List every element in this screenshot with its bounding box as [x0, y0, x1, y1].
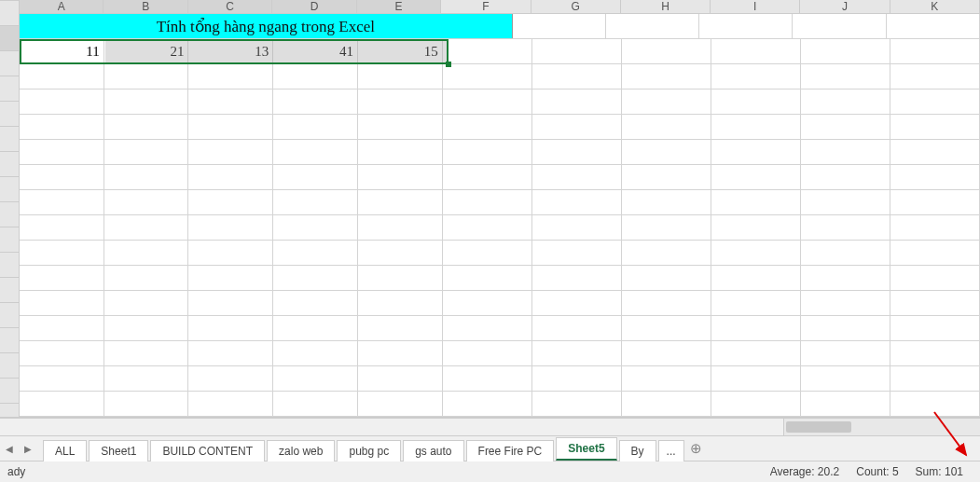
- row-header[interactable]: [0, 379, 19, 404]
- cell[interactable]: [801, 90, 890, 114]
- cell[interactable]: [443, 115, 532, 139]
- row-header[interactable]: [0, 51, 19, 76]
- sheet-tab[interactable]: Sheet1: [89, 440, 148, 461]
- cell[interactable]: [188, 165, 273, 189]
- column-header-A[interactable]: A: [20, 0, 104, 13]
- cell[interactable]: [188, 64, 273, 89]
- cell[interactable]: [801, 165, 890, 189]
- cell[interactable]: [890, 392, 980, 416]
- cell[interactable]: [890, 115, 980, 139]
- cell[interactable]: [273, 140, 358, 164]
- cell[interactable]: [20, 341, 104, 365]
- cell[interactable]: 13: [188, 39, 273, 63]
- cell[interactable]: [532, 316, 622, 340]
- row-header[interactable]: [0, 1, 19, 26]
- cell[interactable]: [711, 291, 801, 315]
- cell[interactable]: [532, 90, 622, 114]
- cell[interactable]: [711, 39, 801, 63]
- cell[interactable]: [358, 266, 443, 290]
- cell[interactable]: [104, 90, 189, 114]
- cell[interactable]: 41: [273, 39, 358, 63]
- cell[interactable]: [104, 241, 189, 265]
- spreadsheet-grid[interactable]: ABCDEFGHIJK Tính tổng hàng ngang trong E…: [0, 0, 980, 418]
- row-header[interactable]: [0, 278, 19, 303]
- cell[interactable]: [358, 366, 443, 391]
- cell[interactable]: [711, 64, 801, 89]
- column-header-F[interactable]: F: [441, 0, 531, 13]
- cell[interactable]: [443, 366, 532, 391]
- cell[interactable]: [358, 291, 443, 315]
- cell[interactable]: [358, 115, 443, 139]
- cell[interactable]: [622, 190, 711, 214]
- cell[interactable]: [890, 39, 980, 63]
- cell[interactable]: [273, 366, 358, 391]
- cell[interactable]: [188, 241, 273, 265]
- cell[interactable]: [801, 266, 890, 290]
- cell[interactable]: [606, 14, 699, 38]
- cell[interactable]: [711, 190, 801, 214]
- cell[interactable]: [273, 215, 358, 240]
- cell[interactable]: [20, 392, 104, 416]
- cell[interactable]: [273, 341, 358, 365]
- sheet-tab[interactable]: Free Fire PC: [466, 440, 555, 461]
- cell[interactable]: [188, 266, 273, 290]
- cell[interactable]: [273, 190, 358, 214]
- cell[interactable]: [443, 64, 532, 89]
- sheet-tab-overflow[interactable]: ...: [658, 440, 684, 461]
- horizontal-scrollbar[interactable]: [0, 418, 980, 435]
- cell[interactable]: [20, 140, 104, 164]
- column-header-I[interactable]: I: [711, 0, 800, 13]
- cell[interactable]: [273, 291, 358, 315]
- sheet-tab[interactable]: pubg pc: [337, 440, 401, 461]
- row-header[interactable]: [0, 152, 19, 177]
- cell[interactable]: 11: [20, 39, 104, 63]
- cell[interactable]: [188, 392, 273, 416]
- cell[interactable]: [443, 266, 532, 290]
- row-header[interactable]: [0, 26, 19, 51]
- cell[interactable]: [104, 165, 189, 189]
- cell[interactable]: [273, 316, 358, 340]
- cell[interactable]: [532, 241, 622, 265]
- row-header[interactable]: [0, 227, 19, 253]
- cell[interactable]: [273, 64, 358, 89]
- cell[interactable]: [104, 266, 189, 290]
- cell[interactable]: [622, 392, 711, 416]
- cell[interactable]: [801, 115, 890, 139]
- cell[interactable]: [890, 266, 980, 290]
- cell[interactable]: [513, 14, 606, 38]
- cell[interactable]: [358, 316, 443, 340]
- cell[interactable]: [711, 165, 801, 189]
- cell[interactable]: [532, 165, 622, 189]
- cell[interactable]: [188, 341, 273, 365]
- cell[interactable]: [20, 291, 104, 315]
- cell[interactable]: [711, 241, 801, 265]
- cell[interactable]: [801, 215, 890, 240]
- cell[interactable]: [887, 14, 980, 38]
- column-header-C[interactable]: C: [188, 0, 272, 13]
- cell[interactable]: [358, 341, 443, 365]
- sheet-tab[interactable]: gs auto: [403, 440, 463, 461]
- cell[interactable]: [443, 291, 532, 315]
- cell[interactable]: [358, 165, 443, 189]
- cell[interactable]: [443, 241, 532, 265]
- cell[interactable]: [188, 115, 273, 139]
- cell[interactable]: [801, 140, 890, 164]
- cell[interactable]: [622, 366, 711, 391]
- sheet-tab[interactable]: zalo web: [267, 440, 335, 461]
- column-headers[interactable]: ABCDEFGHIJK: [20, 0, 980, 14]
- tab-nav-next[interactable]: ▶: [19, 436, 37, 461]
- cell[interactable]: [622, 64, 711, 89]
- cell[interactable]: [20, 366, 104, 391]
- cell[interactable]: [801, 64, 890, 89]
- cell[interactable]: [532, 140, 622, 164]
- cell[interactable]: [622, 266, 711, 290]
- cell[interactable]: [711, 215, 801, 240]
- cell[interactable]: [20, 316, 104, 340]
- column-header-D[interactable]: D: [272, 0, 356, 13]
- row-header[interactable]: [0, 328, 19, 353]
- cell[interactable]: [20, 115, 104, 139]
- cell[interactable]: [622, 140, 711, 164]
- cell[interactable]: [532, 291, 622, 315]
- cell[interactable]: [104, 215, 189, 240]
- cell[interactable]: [358, 215, 443, 240]
